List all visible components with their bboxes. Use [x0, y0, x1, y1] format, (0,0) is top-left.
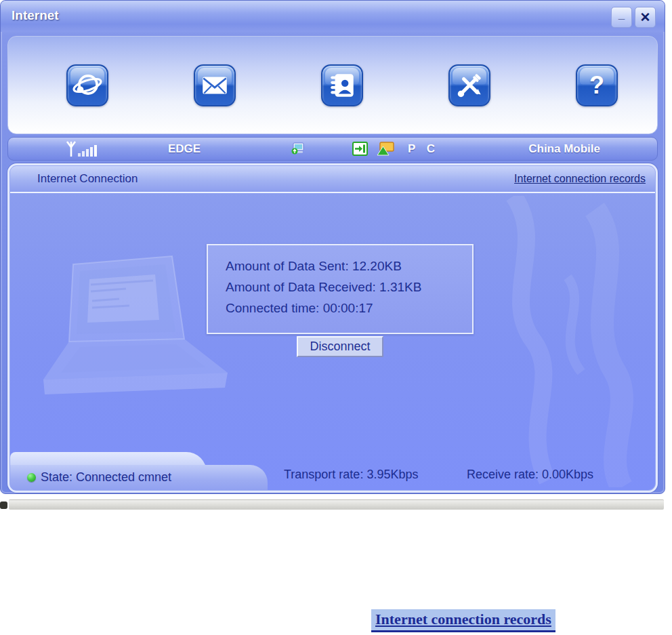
app-window: Internet _ ✕ — [0, 0, 665, 494]
contact-book-icon — [327, 70, 358, 101]
state-label: State: Connected cmnet — [41, 470, 171, 485]
help-button[interactable]: ? — [576, 64, 618, 106]
question-mark-icon: ? — [589, 71, 604, 100]
pc-status-icon — [291, 138, 305, 160]
receive-rate-label: Receive rate: 0.00Kbps — [467, 468, 593, 482]
panel-header: Internet Connection Internet connection … — [10, 166, 655, 193]
connection-info-box: Amount of Data Sent: 12.20KB Amount of D… — [207, 244, 474, 334]
tools-icon — [454, 70, 485, 101]
records-link[interactable]: Internet connection records — [514, 173, 646, 185]
traffic-upload-icon — [377, 138, 394, 160]
data-received-line: Amount of Data Received: 1.31KB — [226, 276, 472, 298]
phonebook-button[interactable] — [321, 64, 363, 106]
screenshot-artifact-bar — [9, 499, 664, 510]
transport-rate-label: Transport rate: 3.95Kbps — [284, 468, 418, 482]
network-type-label: EDGE — [168, 138, 201, 160]
close-icon: ✕ — [640, 9, 651, 25]
close-button[interactable]: ✕ — [635, 7, 656, 28]
minimize-button[interactable]: _ — [611, 7, 632, 28]
settings-button[interactable] — [448, 64, 490, 106]
signal-strength-icon — [65, 138, 98, 160]
connection-panel: Internet Connection Internet connection … — [7, 163, 658, 493]
titlebar: Internet _ ✕ — [1, 1, 665, 32]
sms-button[interactable] — [194, 64, 236, 106]
minimize-icon: _ — [618, 12, 625, 18]
device-label: P C — [408, 138, 439, 160]
envelope-icon — [199, 70, 230, 101]
world-map-watermark — [473, 196, 656, 487]
window-title: Internet — [12, 8, 59, 23]
toolbar: ? — [7, 36, 658, 134]
internet-button[interactable] — [66, 64, 108, 106]
carrier-label: China Mobile — [528, 138, 600, 160]
globe-icon — [72, 70, 103, 101]
panel-title: Internet Connection — [37, 172, 138, 186]
state-row: State: Connected cmnet — [27, 470, 171, 485]
connected-time-line: Connected time: 00:00:17 — [226, 298, 472, 319]
screenshot-root: Internet _ ✕ — [0, 0, 672, 635]
disconnect-button[interactable]: Disconnect — [297, 336, 383, 357]
data-sent-line: Amount of Data Sent: 12.20KB — [226, 255, 472, 276]
caption-records-link[interactable]: Internet connection records — [371, 609, 555, 632]
screenshot-artifact-dot — [0, 501, 7, 509]
connected-status-dot-icon — [27, 473, 36, 482]
statusbar: EDGE — [7, 137, 658, 161]
connected-login-icon — [352, 138, 368, 160]
